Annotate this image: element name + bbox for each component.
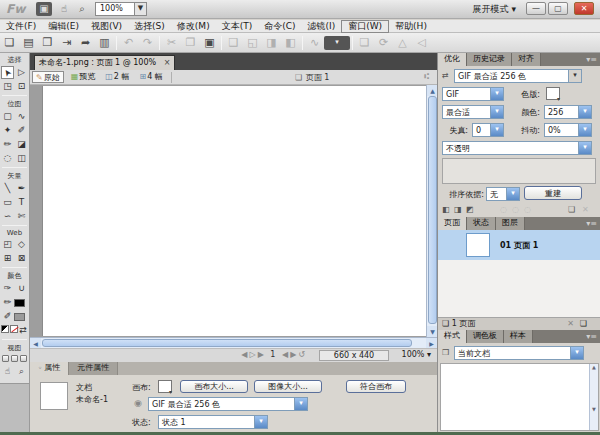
preset-dropdown[interactable]: GIF 最合适 256 色▾	[454, 69, 582, 83]
full-screen-mode-button[interactable]	[20, 355, 27, 362]
pencil-tool[interactable]: ✏	[1, 138, 14, 151]
format-dropdown-arrow[interactable]: ▾	[294, 398, 307, 410]
preset-dropdown-arrow[interactable]: ▾	[568, 70, 581, 82]
app-window-icon[interactable]: ▣	[36, 2, 52, 16]
lock-color-icon[interactable]: ◌	[500, 205, 507, 214]
page-indicator[interactable]: ❏ 页面 1	[295, 72, 329, 83]
open-icon[interactable]: ❒	[38, 35, 57, 51]
rebuild-button[interactable]: 重建	[524, 186, 582, 200]
document-close-icon[interactable]: ×	[164, 56, 171, 70]
transparency-sel-icon[interactable]: ◩	[466, 205, 474, 214]
menu-view[interactable]: 视图(V)	[85, 20, 128, 33]
menu-modify[interactable]: 修改(M)	[171, 20, 216, 33]
tab-styles[interactable]: 样式	[438, 330, 467, 343]
pointer-tool[interactable]: ➤	[1, 66, 14, 79]
export-icon[interactable]: ➦	[76, 35, 95, 51]
loop-icon[interactable]: ↺	[298, 350, 307, 359]
colors-dropdown[interactable]: 256▾	[544, 105, 592, 119]
cut-icon[interactable]: ✂	[162, 35, 181, 51]
play-icon[interactable]: ▷	[249, 350, 257, 359]
vertical-scroll-thumb[interactable]	[428, 96, 437, 324]
new-page-icon[interactable]: ❏	[580, 318, 587, 330]
rotate-icon[interactable]: ⟳	[374, 35, 393, 51]
last-state-icon[interactable]: ▶	[258, 350, 266, 359]
loss-dropdown[interactable]: 0▾	[472, 123, 504, 137]
status-zoom-level[interactable]: 100% ▾	[402, 350, 431, 359]
snap-color-icon[interactable]: ◌	[524, 205, 531, 214]
close-button[interactable]: ✕	[574, 2, 594, 15]
hand-icon[interactable]: ☝	[56, 2, 72, 16]
tab-optimize[interactable]: 优化	[438, 53, 467, 66]
styles-source-dropdown[interactable]: 当前文档▾	[454, 346, 584, 360]
add-color-icon[interactable]: ❏	[568, 205, 575, 214]
canvas-color-swatch[interactable]	[158, 380, 172, 393]
crop-tool[interactable]: ⊡	[15, 80, 28, 93]
lasso-tool[interactable]: ∿	[15, 110, 28, 123]
eraser-tool[interactable]: ◪	[15, 138, 28, 151]
preview-view-button[interactable]: ▦预览	[68, 71, 99, 83]
transparency-add-icon[interactable]: ◧	[442, 205, 450, 214]
undo-icon[interactable]: ↶	[119, 35, 138, 51]
full-screen-with-menus-button[interactable]	[11, 355, 18, 362]
menu-filters[interactable]: 滤镜(I)	[302, 20, 342, 33]
align-top-icon[interactable]: △	[393, 35, 412, 51]
subselection-tool[interactable]: ▷	[15, 66, 28, 79]
minimize-button[interactable]: —	[526, 2, 546, 15]
print-icon[interactable]: ▥	[95, 35, 114, 51]
document-tab[interactable]: 未命名-1.png : 页面 1 @ 100% ×	[34, 55, 175, 70]
vertical-scrollbar[interactable]: ▲ ▼	[426, 85, 437, 337]
page-list-item[interactable]: 01 页面 1	[438, 230, 600, 260]
menu-window[interactable]: 窗口(W)	[341, 20, 389, 33]
tab-layers[interactable]: 图层	[496, 217, 525, 230]
rubber-stamp-tool[interactable]: ◫	[15, 152, 28, 165]
zoom-tool[interactable]: ⌕	[15, 365, 28, 378]
symbol-icon[interactable]: ∿	[305, 35, 324, 51]
styles-scroll-down-icon[interactable]: ▼	[592, 406, 596, 412]
save-icon[interactable]: ▤	[19, 35, 38, 51]
knife-tool[interactable]: ✄	[15, 210, 28, 223]
slice-tool[interactable]: ⊞	[1, 252, 14, 265]
import-icon[interactable]: ⇥	[57, 35, 76, 51]
palette-dropdown[interactable]: 最合适▾	[442, 105, 504, 119]
transparency-arrow[interactable]: ▾	[578, 142, 591, 154]
image-size-button[interactable]: 图像大小...	[254, 380, 322, 393]
export-format-dropdown[interactable]: GIF▾	[442, 87, 504, 101]
delete-page-icon[interactable]: ✕	[567, 318, 574, 330]
ungroup-icon[interactable]: ◱	[243, 35, 262, 51]
edit-color-icon[interactable]: ◌	[512, 205, 519, 214]
standard-screen-mode-button[interactable]	[2, 355, 9, 362]
collapse-icon[interactable]: ◦	[38, 364, 42, 372]
zoom-dropdown-arrow[interactable]: ▼	[134, 3, 146, 15]
tab-properties[interactable]: ◦属性	[30, 362, 69, 375]
zoom-combobox[interactable]: 100% ▼	[95, 2, 147, 16]
two-up-view-button[interactable]: ◫2 幅	[102, 71, 132, 83]
palette-arrow[interactable]: ▾	[490, 106, 503, 118]
transparency-dropdown[interactable]: 不透明▾	[442, 141, 592, 155]
tab-symbol-properties[interactable]: 元件属性	[69, 362, 118, 375]
colors-arrow[interactable]: ▾	[578, 106, 591, 118]
delete-color-icon[interactable]: ✕	[582, 205, 589, 214]
fill-color-icon[interactable]: ✐	[1, 310, 14, 323]
horizontal-scroll-thumb[interactable]	[42, 339, 412, 347]
menu-help[interactable]: 帮助(H)	[389, 20, 433, 33]
join-icon[interactable]: ◨	[262, 35, 281, 51]
canvas-page[interactable]	[42, 86, 426, 336]
panel-menu-icon[interactable]: ▾≡	[586, 332, 597, 341]
format-dropdown[interactable]: GIF 最合适 256 色▾	[148, 397, 308, 411]
select-behind-tool[interactable]: ◳	[1, 80, 14, 93]
tab-palette[interactable]: 调色板	[467, 330, 504, 343]
page-options-icons[interactable]: ⑆	[424, 72, 429, 81]
state-dropdown[interactable]: 状态 1▾	[158, 415, 268, 429]
brush-tool[interactable]: ✐	[15, 124, 28, 137]
tab-swatches[interactable]: 样本	[504, 330, 533, 343]
matte-color-swatch[interactable]	[546, 87, 560, 100]
styles-source-arrow[interactable]: ▾	[570, 347, 583, 359]
stroke-color-swatch[interactable]	[14, 299, 25, 307]
split-icon[interactable]: ◧	[281, 35, 300, 51]
styles-list[interactable]: ▲ ▼	[440, 363, 599, 431]
stroke-color-icon[interactable]: ✏	[1, 296, 14, 309]
four-up-view-button[interactable]: ⊞4 幅	[136, 71, 165, 83]
new-icon[interactable]: ❏	[0, 35, 19, 51]
panel-menu-icon[interactable]: ▾≡	[586, 219, 597, 228]
paste-icon[interactable]: ▣	[200, 35, 219, 51]
